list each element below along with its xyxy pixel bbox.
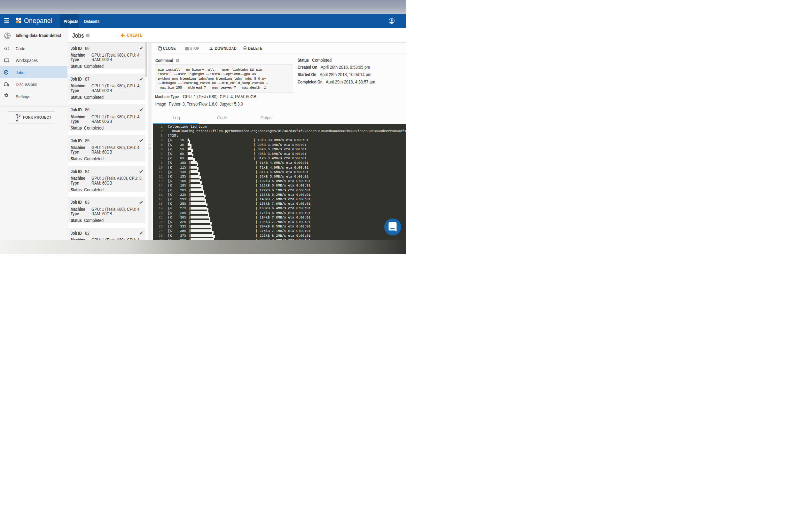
- svg-text:?: ?: [177, 59, 178, 62]
- svg-text:?: ?: [87, 34, 89, 37]
